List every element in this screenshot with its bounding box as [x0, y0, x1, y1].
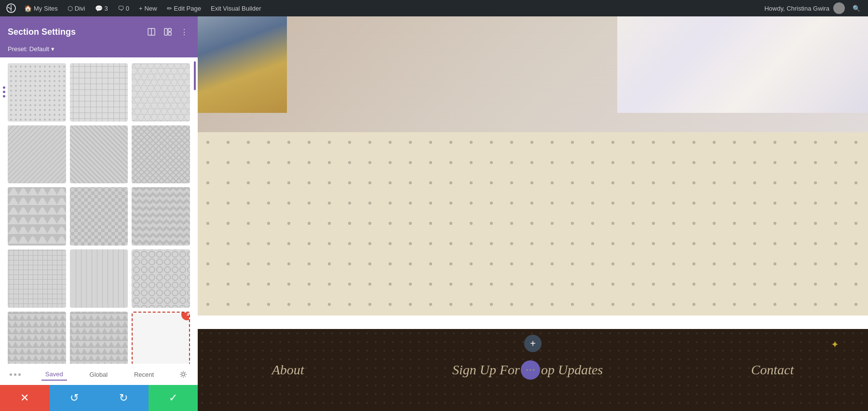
- patterns-grid: 1: [0, 57, 198, 364]
- pattern-item[interactable]: [70, 187, 128, 246]
- my-sites-menu[interactable]: 🏠 My Sites: [20, 0, 62, 16]
- settings-gear-icon[interactable]: [176, 368, 190, 381]
- pencil-icon: ✏: [167, 5, 172, 12]
- more-options-icon[interactable]: ⋮: [178, 26, 190, 38]
- exit-builder-button[interactable]: Exit Visual Builder: [207, 0, 265, 16]
- pattern-item[interactable]: [132, 249, 190, 308]
- cancel-icon: ✕: [20, 392, 29, 404]
- recent-tab[interactable]: Recent: [130, 369, 158, 380]
- pattern-item[interactable]: [8, 187, 66, 246]
- svg-rect-3: [164, 28, 167, 35]
- redo-icon: ↻: [119, 392, 128, 404]
- panel-header-icons: ⋮: [146, 26, 190, 38]
- edit-page-button[interactable]: ✏ Edit Page: [163, 0, 205, 16]
- search-admin-button[interactable]: 🔍: [849, 0, 864, 16]
- user-greeting[interactable]: Howdy, Christina Gwira: [760, 0, 849, 16]
- search-icon: 🔍: [853, 5, 860, 12]
- settings-panel: Section Settings ⋮ Preset: Default ▾: [0, 16, 198, 411]
- selected-pattern-item[interactable]: 1: [132, 312, 190, 364]
- marble-image: [617, 16, 868, 113]
- add-module-button[interactable]: +: [524, 335, 542, 352]
- pattern-item[interactable]: [8, 125, 66, 184]
- footer-dot-menu[interactable]: [521, 360, 540, 380]
- more-icon[interactable]: [8, 371, 23, 378]
- redo-button[interactable]: ↻: [99, 385, 149, 411]
- tab-buttons: Saved Global Recent: [0, 364, 198, 385]
- pattern-item[interactable]: [132, 187, 190, 246]
- pattern-item[interactable]: [132, 125, 190, 184]
- page-canvas: + ✦ About Sign Up For op Updates Contact: [198, 16, 868, 411]
- patterns-scroll-area[interactable]: 1: [0, 57, 198, 364]
- new-button[interactable]: + New: [135, 0, 161, 16]
- home-icon: 🏠: [24, 5, 32, 12]
- pattern-item[interactable]: [70, 312, 128, 364]
- decorative-star: ✦: [831, 339, 839, 350]
- cancel-button[interactable]: ✕: [0, 385, 50, 411]
- bubble-icon: 💬: [95, 5, 103, 12]
- panel-title: Section Settings: [8, 27, 76, 37]
- pattern-item[interactable]: [70, 63, 128, 122]
- preset-chevron-icon: ▾: [51, 45, 54, 53]
- global-tab[interactable]: Global: [86, 369, 112, 380]
- admin-bar-right: Howdy, Christina Gwira 🔍: [760, 0, 864, 16]
- svg-rect-5: [168, 32, 171, 35]
- pattern-item[interactable]: [8, 63, 66, 122]
- divi-icon: ⬡: [68, 5, 73, 12]
- pattern-item[interactable]: [8, 312, 66, 364]
- confirm-button[interactable]: ✓: [149, 385, 198, 411]
- action-bar: ✕ ↺ ↻ ✓: [0, 385, 198, 411]
- expand-icon[interactable]: [146, 26, 157, 38]
- svg-rect-4: [168, 28, 171, 31]
- confirm-icon: ✓: [169, 392, 177, 404]
- scroll-indicator: [194, 61, 196, 90]
- footer-signup: Sign Up For op Updates: [452, 360, 603, 380]
- footer-signup-label[interactable]: Sign Up For: [452, 362, 520, 378]
- admin-bar: 🏠 My Sites ⬡ Divi 💬 3 🗨 0 + New ✏ Edit P…: [0, 0, 868, 16]
- pattern-item[interactable]: [70, 125, 128, 184]
- dotted-section[interactable]: +: [198, 132, 868, 315]
- messages-button[interactable]: 🗨 0: [114, 0, 133, 16]
- comments-button[interactable]: 💬 3: [91, 0, 112, 16]
- pattern-item[interactable]: [70, 249, 128, 308]
- svg-point-6: [182, 373, 185, 376]
- footer-signup-rest[interactable]: op Updates: [541, 362, 603, 378]
- layout-icon[interactable]: [162, 26, 174, 38]
- footer-about-link[interactable]: About: [272, 362, 304, 378]
- footer-contact-link[interactable]: Contact: [751, 362, 794, 378]
- pattern-item[interactable]: [8, 249, 66, 308]
- undo-icon: ↺: [70, 392, 79, 404]
- top-image-area: [198, 16, 868, 132]
- preset-bar: Preset: Default ▾: [0, 45, 198, 57]
- chain-image: [198, 16, 287, 113]
- plus-icon: +: [139, 5, 143, 12]
- pattern-item[interactable]: [132, 63, 190, 122]
- user-avatar: [833, 2, 845, 14]
- undo-button[interactable]: ↺: [50, 385, 99, 411]
- panel-header: Section Settings ⋮: [0, 16, 198, 45]
- message-icon: 🗨: [118, 5, 124, 12]
- left-indicator: [0, 84, 10, 99]
- selection-badge: 1: [182, 312, 190, 319]
- divi-menu[interactable]: ⬡ Divi: [64, 0, 89, 16]
- saved-tab[interactable]: Saved: [41, 369, 67, 381]
- three-dots-icon: [526, 369, 535, 371]
- wp-logo[interactable]: [4, 0, 18, 16]
